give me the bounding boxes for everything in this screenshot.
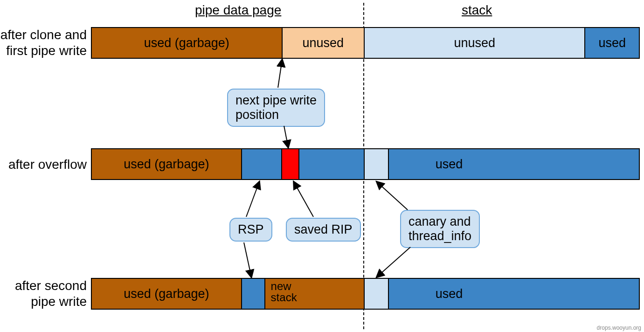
row1-bar: used (garbage) unused unused used bbox=[91, 27, 640, 59]
row1-seg-unused-stack: unused bbox=[365, 28, 585, 58]
header-pipe: pipe data page bbox=[195, 3, 281, 18]
row1-seg-used-garbage: used (garbage) bbox=[92, 28, 283, 58]
row3-label-b: pipe write bbox=[31, 294, 87, 309]
header-stack: stack bbox=[462, 3, 492, 18]
row2-seg-canary bbox=[365, 149, 389, 179]
row2-seg-red bbox=[282, 149, 299, 179]
row2-bar: used (garbage) used bbox=[91, 148, 640, 180]
balloon-rip: saved RIP bbox=[286, 218, 361, 242]
svg-line-5 bbox=[377, 182, 408, 210]
row3-seg-canary bbox=[365, 279, 389, 309]
svg-line-2 bbox=[246, 182, 259, 217]
row2-seg-used-stack: used bbox=[389, 149, 639, 179]
balloon-pipe-write: next pipe write position bbox=[227, 89, 325, 127]
balloon-canary-text: canary and thread_info bbox=[409, 214, 471, 243]
row2-label: after overflow bbox=[0, 157, 87, 173]
row3-seg-newstack-text: new stack bbox=[271, 281, 297, 303]
row3-label-a: after second bbox=[15, 278, 87, 293]
row3-bar: used (garbage) new stack used bbox=[91, 278, 640, 310]
row2-seg-blue2 bbox=[299, 149, 365, 179]
row1-seg-unused-pipe: unused bbox=[283, 28, 365, 58]
row2-seg-used-garbage: used (garbage) bbox=[92, 149, 242, 179]
row1-seg-used-stack: used bbox=[585, 28, 639, 58]
row3-label: after second pipe write bbox=[0, 278, 87, 309]
balloon-rip-text: saved RIP bbox=[294, 222, 353, 236]
svg-line-4 bbox=[294, 182, 313, 217]
svg-line-6 bbox=[377, 247, 410, 277]
row3-seg-used-stack: used bbox=[389, 279, 639, 309]
row2-seg-blue1 bbox=[242, 149, 283, 179]
balloon-canary: canary and thread_info bbox=[400, 210, 480, 248]
svg-line-0 bbox=[278, 60, 282, 88]
row3-seg-newstack: new stack bbox=[265, 279, 365, 309]
svg-line-1 bbox=[284, 126, 288, 147]
watermark: drops.wooyun.org bbox=[597, 325, 641, 331]
row1-label-b: first pipe write bbox=[6, 43, 87, 58]
balloon-rsp: RSP bbox=[229, 218, 272, 242]
row1-label: after clone and first pipe write bbox=[0, 27, 87, 58]
svg-line-3 bbox=[244, 242, 251, 277]
row3-seg-blue bbox=[242, 279, 265, 309]
row1-label-a: after clone and bbox=[0, 28, 87, 42]
balloon-rsp-text: RSP bbox=[238, 222, 264, 236]
row3-seg-used-garbage: used (garbage) bbox=[92, 279, 242, 309]
balloon-pipe-write-text: next pipe write position bbox=[235, 93, 317, 122]
